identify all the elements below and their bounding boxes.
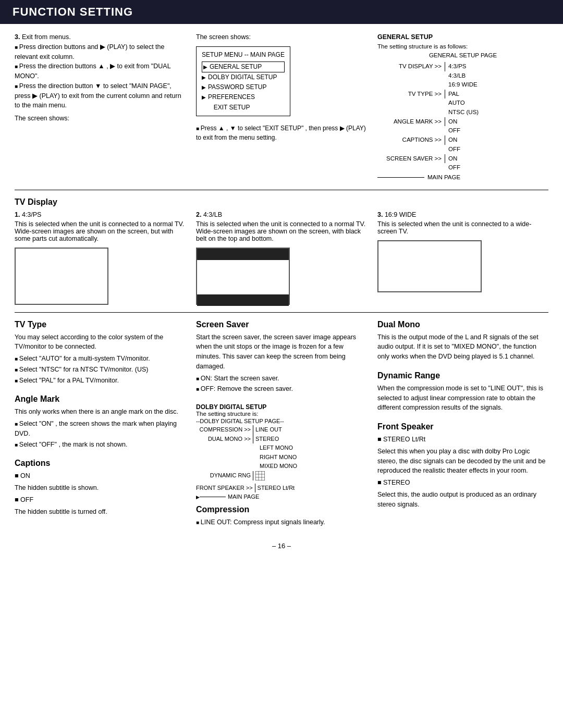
angle-mark-title: Angle Mark	[15, 394, 186, 404]
gs-main-page-row: MAIN PAGE	[377, 173, 548, 182]
bottom-col2: Screen Saver Start the screen saver, the…	[196, 320, 367, 537]
screen-saver-section: Screen Saver Start the screen saver, the…	[196, 320, 367, 394]
angle-mark-bullet1: Select "ON" , the screen shows the mark …	[15, 419, 186, 439]
col3-text: This is selected when the unit is connec…	[377, 220, 548, 235]
step3: 3. Exit from menus.	[15, 32, 186, 42]
dual-mono-section: Dual Mono This is the output mode of the…	[377, 320, 548, 362]
screen-saver-body: Start the screen saver, the screen saver…	[196, 332, 367, 372]
tv-type-bullet3: Select "PAL" for a PAL TV/monitor.	[15, 376, 186, 386]
gs-row-tvdisplay: TV DISPLAY >> 4:3/PS4:3/LB16:9 WIDE	[377, 62, 548, 89]
tv-display-col3: 3. 16:9 WIDE This is selected when the u…	[377, 211, 548, 305]
gs-main-page: MAIN PAGE	[427, 173, 460, 182]
angle-mark-body: This only works when there is an angle m…	[15, 407, 186, 417]
page-header: Function Setting	[0, 0, 563, 24]
front-speaker-off-text: Select this, the audio output is produce…	[377, 490, 548, 510]
bottom-col1: TV Type You may select according to the …	[15, 320, 186, 537]
press-note: Press ▲ , ▼ to select "EXIT SETUP" , the…	[196, 124, 367, 142]
dd-main-page: MAIN PAGE	[228, 493, 259, 500]
gs-row-tvtype: TV TYPE >> PALAUTONTSC (US)	[377, 90, 548, 117]
tv-type-title: TV Type	[15, 320, 186, 329]
dd-row-mono-options: LEFT MONORIGHT MONOMIXED MONO	[196, 443, 367, 471]
dolby-diagram: DOLBY DIGITAL SETUP The setting structur…	[196, 403, 367, 500]
dd-row-dynamic: DYNAMIC RNG	[196, 471, 367, 484]
setup-menu-box: SETUP MENU -- MAIN PAGE GENERAL SETUP DO…	[196, 46, 290, 116]
tv-screen-widescreen	[377, 240, 482, 292]
tv-display-section: TV Display 1. 4:3/PS This is selected wh…	[15, 198, 548, 305]
dynamic-range-section: Dynamic Range When the compression mode …	[377, 371, 548, 413]
tv-display-title: TV Display	[15, 198, 548, 207]
tv-type-bullet2: Select "NTSC" for ra NTSC TV/monitor. (U…	[15, 365, 186, 375]
front-speaker-section: Front Speaker ■ STEREO Lt/Rt Select this…	[377, 422, 548, 509]
captions-section: Captions ■ ON The hidden subtitle is sho…	[15, 459, 186, 516]
compression-section: Compression LINE OUT: Compress input sig…	[196, 505, 367, 527]
gs-row-captions: CAPTIONS >> ONOFF	[377, 135, 548, 154]
tv-type-body: You may select according to the color sy…	[15, 332, 186, 352]
tv-type-bullet1: Select "AUTO" for a multi-system TV/moni…	[15, 354, 186, 364]
compression-title: Compression	[196, 505, 367, 514]
letterbox-top	[197, 249, 289, 260]
screen-shows-mid: The screen shows:	[196, 32, 367, 42]
page-number: – 16 –	[15, 542, 548, 550]
gs-title: GENERAL SETUP	[377, 32, 548, 42]
dolby-title: DOLBY DIGITAL SETUP	[196, 403, 367, 411]
captions-title: Captions	[15, 459, 186, 468]
dynamic-range-body: When the compression mode is set to "LIN…	[377, 384, 548, 413]
svg-rect-0	[255, 471, 265, 480]
bullet-3: Press the direction button ▼ to select "…	[15, 81, 186, 110]
screen-saver-bullet1: ON: Start the screen saver.	[196, 374, 367, 384]
tv-display-grid: 1. 4:3/PS This is selected when the unit…	[15, 211, 548, 305]
col-left: 3. Exit from menus. Press direction butt…	[15, 32, 186, 182]
top-section: 3. Exit from menus. Press direction butt…	[15, 32, 548, 182]
captions-on-text: The hidden subtitle is shown.	[15, 483, 186, 493]
col1-header: 1. 4:3/PS	[15, 211, 186, 218]
bullet-1: Press direction buttons and ▶ (PLAY) to …	[15, 42, 186, 62]
dual-mono-title: Dual Mono	[377, 320, 548, 329]
page-title: Function Setting	[13, 5, 550, 19]
dynamic-range-title: Dynamic Range	[377, 371, 548, 380]
divider-1	[15, 190, 548, 190]
angle-mark-bullet2: Select "OFF" , the mark is not shown.	[15, 440, 186, 450]
menu-item-general-setup: GENERAL SETUP	[202, 61, 285, 72]
dual-mono-body: This is the output mode of the L and R s…	[377, 332, 548, 362]
col-right: GENERAL SETUP The setting structure is a…	[377, 32, 548, 182]
bottom-col3: Dual Mono This is the output mode of the…	[377, 320, 548, 537]
menu-item-dolby: DOLBY DIGITAL SETUP	[202, 72, 285, 82]
front-speaker-title: Front Speaker	[377, 422, 548, 431]
dolby-page-label: --DOLBY DIGITAL SETUP PAGE--	[196, 418, 367, 424]
menu-item-password: PASSWORD SETUP	[202, 82, 285, 92]
play-arrow-4	[202, 92, 206, 102]
front-speaker-off-label: ■ STEREO	[377, 478, 548, 488]
tv-display-col2: 2. 4:3/LB This is selected when the unit…	[196, 211, 367, 305]
dd-row-dual-mono: DUAL MONO >> STEREO	[196, 435, 367, 444]
screen-saver-bullet2: OFF: Remove the screen saver.	[196, 384, 367, 394]
tv-screen-letterbox	[196, 248, 290, 305]
play-arrow-2	[202, 72, 206, 82]
bullet-2: Press the direction buttons ▲ , ▶ to exi…	[15, 61, 186, 81]
gs-row-anglemark: ANGLE MARK >> ONOFF	[377, 117, 548, 135]
menu-item-preferences: PREFERENCES	[202, 92, 285, 102]
bottom-grid: TV Type You may select according to the …	[15, 320, 548, 537]
col2-header: 2. 4:3/LB	[196, 211, 367, 218]
col3-header: 3. 16:9 WIDE	[377, 211, 548, 218]
menu-title: SETUP MENU -- MAIN PAGE	[202, 50, 285, 59]
gs-lines: TV DISPLAY >> 4:3/PS4:3/LB16:9 WIDE TV T…	[377, 62, 548, 182]
main-content: 3. Exit from menus. Press direction butt…	[0, 32, 563, 560]
screen-shows-left: The screen shows:	[15, 114, 186, 124]
gs-row-screensaver: SCREEN SAVER >> ONOFF	[377, 154, 548, 172]
gs-page-label: GENERAL SETUP PAGE	[377, 51, 548, 60]
dolby-subtitle: The setting structure is:	[196, 411, 367, 417]
dd-row-compression: COMPRESSION >> LINE OUT	[196, 425, 367, 435]
screen-saver-title: Screen Saver	[196, 320, 367, 329]
gs-subtitle: The setting structure is as follows:	[377, 42, 548, 51]
dd-arrow	[196, 493, 200, 500]
dynamic-rng-icon	[255, 471, 265, 480]
divider-2	[15, 312, 548, 313]
front-speaker-on-text: Select this when you play a disc with do…	[377, 447, 548, 476]
letterbox-mid	[197, 260, 289, 294]
dd-row-front-speaker: FRONT SPEAKER >> STEREO Lt/Rt	[196, 484, 367, 493]
col-mid: The screen shows: SETUP MENU -- MAIN PAG…	[196, 32, 367, 182]
tv-screen-normal	[15, 248, 108, 305]
dd-main-page-row: MAIN PAGE	[196, 493, 367, 500]
col2-text: This is selected when the unit is connec…	[196, 220, 367, 242]
tv-display-col1: 1. 4:3/PS This is selected when the unit…	[15, 211, 186, 305]
